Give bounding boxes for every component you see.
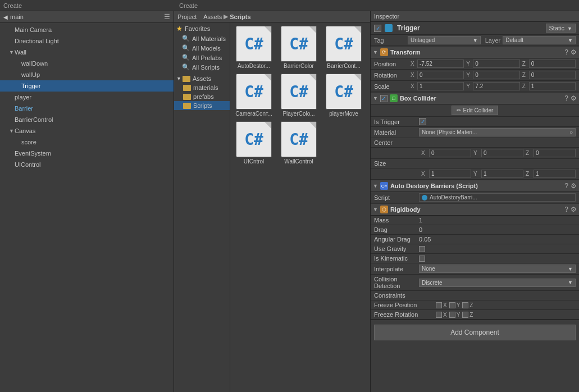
object-enable-checkbox[interactable]: ✓ [374, 25, 381, 32]
tag-dropdown[interactable]: Untagged ▼ [408, 36, 481, 44]
hier-item-main-camera[interactable]: Main Camera [0, 24, 174, 35]
add-component-label: Add Component [450, 329, 499, 336]
size-z-axis: Z [526, 171, 532, 177]
script-value-field[interactable]: AutoDestoryBarri... [419, 193, 576, 202]
freeze-pos-y: Y [449, 302, 461, 308]
project-all-materials[interactable]: 🔍 All Materials [174, 34, 230, 43]
rigidbody-gear-icon[interactable]: ⚙ [571, 206, 577, 213]
center-y-val[interactable]: 0 [481, 149, 523, 157]
center-row: Center [371, 138, 579, 148]
project-all-prefabs[interactable]: 🔍 All Prefabs [174, 53, 230, 62]
pos-y-value[interactable]: 0 [473, 60, 519, 68]
scale-y-value[interactable]: 7.2 [473, 82, 519, 90]
size-z-val[interactable]: 1 [534, 170, 576, 178]
pos-x-value[interactable]: -7.52 [417, 60, 464, 68]
rigidbody-help-icon[interactable]: ? [564, 206, 568, 213]
collider-gear-icon[interactable]: ⚙ [571, 94, 577, 102]
hier-item-wall[interactable]: ▼ Wall [0, 47, 174, 58]
hier-item-trigger[interactable]: Trigger [0, 80, 174, 92]
autodestr-help-icon[interactable]: ? [564, 182, 568, 190]
mass-label: Mass [374, 217, 419, 224]
hier-item-barriercontrol[interactable]: BarrierControl [0, 114, 174, 125]
drag-value[interactable]: 0 [419, 226, 576, 233]
scale-z-value[interactable]: 1 [529, 82, 576, 90]
freeze-rot-x-checkbox[interactable] [436, 312, 442, 318]
center-x-val[interactable]: 0 [429, 149, 471, 157]
edit-collider-button[interactable]: ✏ Edit Collider [452, 106, 499, 115]
rot-x-value[interactable]: 0 [417, 71, 464, 79]
layer-dropdown[interactable]: Default ▼ [503, 36, 576, 44]
project-all-models[interactable]: 🔍 All Models [174, 43, 230, 53]
hierarchy-menu-icon[interactable]: ☰ [164, 13, 170, 21]
freeze-pos-z-checkbox[interactable] [462, 302, 468, 308]
autodestr-section-header[interactable]: ▼ C# Auto Destory Barriers (Script) ? ⚙ [371, 180, 579, 192]
material-dropdown[interactable]: None (Physic Materi... ○ [419, 128, 576, 136]
file-label: BarrierColor [284, 63, 314, 69]
transform-section-header[interactable]: ▼ ⟳ Transform ? ⚙ [371, 46, 579, 58]
project-materials-folder[interactable]: materials [174, 83, 230, 92]
file-item-barriercolor[interactable]: C# BarrierColor [279, 26, 319, 69]
interpolate-dropdown[interactable]: None ▼ [419, 265, 576, 273]
hier-item-player[interactable]: player [0, 92, 174, 103]
file-thumb: C# [236, 74, 272, 110]
transform-help-icon[interactable]: ? [564, 48, 568, 56]
hier-item-walldown[interactable]: wallDown [0, 58, 174, 69]
file-item-autodestr[interactable]: C# AutoDestor... [234, 26, 274, 69]
file-item-uicntrol[interactable]: C# UICntrol [234, 121, 274, 165]
collider-help-icon[interactable]: ? [564, 94, 568, 102]
collider-enable-checkbox[interactable]: ✓ [380, 95, 387, 102]
hier-item-barrier[interactable]: Barrier [0, 103, 174, 114]
hier-item-uicontrol[interactable]: UIControl [0, 159, 174, 170]
freeze-pos-x-checkbox[interactable] [436, 302, 442, 308]
rotation-row: Rotation X 0 Y 0 Z 0 [371, 70, 579, 81]
angular-drag-value[interactable]: 0.05 [419, 236, 576, 243]
cs-corner [265, 74, 271, 81]
project-assets-folder[interactable]: ▼ Assets [174, 74, 230, 83]
freeze-rot-z-checkbox[interactable] [462, 312, 468, 318]
add-component-button[interactable]: Add Component [374, 325, 576, 340]
autodestr-gear-icon[interactable]: ⚙ [571, 182, 577, 190]
size-x-val[interactable]: 1 [429, 170, 471, 178]
project-favorites[interactable]: ★ Favorites [174, 24, 230, 34]
transform-gear-icon[interactable]: ⚙ [571, 48, 577, 56]
section-triangle: ▼ [373, 95, 378, 101]
rot-z-value[interactable]: 0 [529, 71, 576, 79]
file-thumb: C# [326, 26, 362, 62]
hier-item-wallup[interactable]: wallUp [0, 69, 174, 80]
static-badge[interactable]: Static ▼ [546, 24, 576, 33]
pos-z-value[interactable]: 0 [529, 60, 576, 68]
file-item-cameracont[interactable]: C# CameraConт... [234, 74, 274, 117]
scale-x-value[interactable]: 1 [417, 82, 464, 90]
is-kinematic-checkbox[interactable] [419, 256, 425, 262]
file-item-barriercont[interactable]: C# BarrierCont... [323, 26, 364, 69]
mass-value[interactable]: 1 [419, 217, 576, 224]
file-item-wallcontrol[interactable]: C# WallControl [279, 121, 319, 165]
rigidbody-section-header[interactable]: ▼ ⬡ Rigidbody ? ⚙ [371, 203, 579, 216]
scale-y-field: Y 7.2 [466, 82, 519, 90]
hier-item-eventsystem[interactable]: EventSystem [0, 148, 174, 159]
freeze-rot-y-checkbox[interactable] [449, 312, 455, 318]
rot-x-field: X 0 [411, 71, 464, 79]
center-z-val[interactable]: 0 [534, 149, 576, 157]
file-item-playercolo[interactable]: C# PlayerColo... [279, 74, 319, 117]
collision-detection-label: Collision Detection [374, 276, 419, 289]
file-item-playermove[interactable]: C# playerMove [323, 74, 364, 117]
hier-item-score[interactable]: score [0, 136, 174, 148]
pos-z-axis: Z [522, 61, 528, 67]
hier-item-directional-light[interactable]: Directional Light [0, 35, 174, 47]
hier-item-canvas[interactable]: ▼ Canvas [0, 125, 174, 136]
project-scripts-folder[interactable]: Scripts [174, 101, 230, 110]
hier-label: Directional Light [15, 38, 59, 44]
use-gravity-checkbox[interactable] [419, 246, 425, 252]
boxcollider-section-header[interactable]: ▼ ✓ □ Box Collider ? ⚙ [371, 92, 579, 104]
script-dot [422, 195, 427, 200]
size-z-field: Z 1 [526, 170, 576, 178]
size-y-val[interactable]: 1 [481, 170, 523, 178]
collision-detection-dropdown[interactable]: Discrete ▼ [419, 279, 576, 287]
is-trigger-checkbox[interactable]: ✓ [419, 118, 426, 125]
project-all-scripts[interactable]: 🔍 All Scripts [174, 62, 230, 72]
rot-y-value[interactable]: 0 [473, 71, 519, 79]
freeze-pos-y-checkbox[interactable] [449, 302, 455, 308]
project-prefabs-folder[interactable]: prefabs [174, 92, 230, 101]
freeze-pos-y-label: Y [457, 302, 461, 308]
